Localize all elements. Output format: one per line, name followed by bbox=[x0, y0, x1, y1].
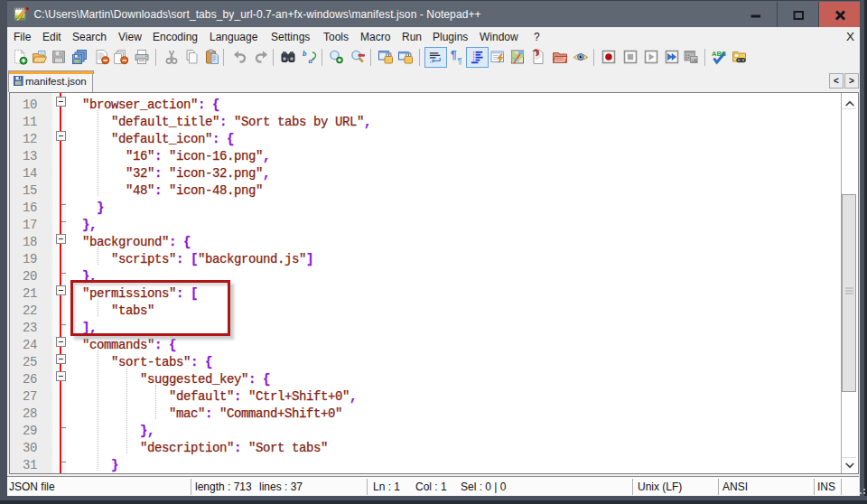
svg-text:a: a bbox=[309, 56, 313, 65]
svg-text:¶: ¶ bbox=[458, 56, 462, 65]
svg-text:¶: ¶ bbox=[451, 49, 457, 61]
svg-text:b: b bbox=[303, 49, 307, 58]
svg-text:UE: UE bbox=[692, 58, 699, 63]
